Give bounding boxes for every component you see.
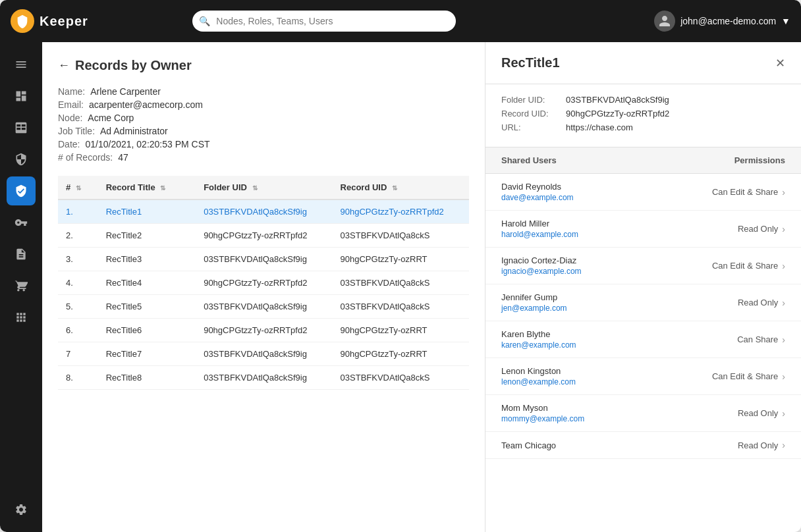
cell-title[interactable]: RecTitle6 xyxy=(98,319,196,342)
col-folder-uid[interactable]: Folder UID ⇅ xyxy=(196,176,332,200)
cell-title[interactable]: RecTitle2 xyxy=(98,224,196,248)
shared-user-item[interactable]: Jennifer Gump jen@example.com Read Only … xyxy=(485,284,801,321)
record-uid-value: 90hgCPGtzzTy-ozRRTpfd2 xyxy=(566,109,669,119)
user-name: Jennifer Gump xyxy=(501,292,567,302)
shared-user-item[interactable]: Team Chicago Read Only › xyxy=(485,432,801,459)
chevron-right-icon: › xyxy=(782,224,785,234)
col-record-uid[interactable]: Record UID ⇅ xyxy=(333,176,469,200)
shared-user-item[interactable]: Harold Miller harold@example.com Read On… xyxy=(485,211,801,248)
table-row[interactable]: 5.RecTitle503STBFKVDAtlQa8ckSf9ig03STBFK… xyxy=(58,295,469,319)
sidebar-item-apps[interactable] xyxy=(7,303,36,332)
cell-num: 2. xyxy=(58,224,98,248)
user-name: Mom Myson xyxy=(501,403,584,413)
permission-label: Can Edit & Share xyxy=(712,371,778,381)
shared-user-item[interactable]: Ignacio Cortez-Diaz ignacio@example.com … xyxy=(485,248,801,284)
col-title[interactable]: Record Title ⇅ xyxy=(98,176,196,200)
permission-label: Can Edit & Share xyxy=(712,261,778,271)
table-row[interactable]: 2.RecTitle290hgCPGtzzTy-ozRRTpfd203STBFK… xyxy=(58,224,469,248)
user-menu[interactable]: john@acme-demo.com ▼ xyxy=(654,11,790,32)
meta-info: Name: Arlene Carpenter Email: acarpenter… xyxy=(58,86,469,163)
cell-folder-uid: 90hgCPGtzzTy-ozRRTpfd2 xyxy=(196,319,332,342)
shared-users-label: Shared Users xyxy=(501,155,557,165)
back-button[interactable]: ← xyxy=(58,59,70,72)
url-value: https://chase.com xyxy=(566,122,633,132)
user-name: Harold Miller xyxy=(501,219,578,228)
user-dropdown-icon: ▼ xyxy=(781,16,790,26)
user-details: Karen Blythe karen@example.com xyxy=(501,329,576,350)
job-title-label: Job Title: xyxy=(58,126,95,136)
cell-num: 3. xyxy=(58,248,98,271)
records-count-label: # of Records: xyxy=(58,152,113,163)
name-value: Arlene Carpenter xyxy=(90,86,161,97)
cell-record-uid: 90hgCPGtzzTy-ozRRT xyxy=(333,319,469,342)
shared-user-item[interactable]: Karen Blythe karen@example.com Can Share… xyxy=(485,321,801,358)
cell-record-uid: 03STBFKVDAtlQa8ckS xyxy=(333,271,469,295)
user-name: Team Chicago xyxy=(501,440,556,450)
cell-title[interactable]: RecTitle8 xyxy=(98,366,196,390)
user-email: ignacio@example.com xyxy=(501,267,582,276)
user-email: jen@example.com xyxy=(501,304,567,313)
chevron-right-icon: › xyxy=(782,334,785,345)
detail-meta: Folder UID: 03STBFKVDAtlQa8ckSf9ig Recor… xyxy=(485,84,801,147)
name-label: Name: xyxy=(58,86,85,97)
search-input[interactable] xyxy=(192,11,456,32)
cell-folder-uid: 03STBFKVDAtlQa8ckSf9ig xyxy=(196,366,332,390)
cell-num: 5. xyxy=(58,295,98,319)
sidebar-item-shield-key[interactable] xyxy=(7,208,36,237)
table-row[interactable]: 1.RecTitle103STBFKVDAtlQa8ckSf9ig90hgCPG… xyxy=(58,200,469,224)
sidebar-item-menu[interactable] xyxy=(7,50,36,79)
sidebar-item-grid[interactable] xyxy=(7,113,36,142)
shared-user-item[interactable]: Mom Myson mommy@example.com Read Only › xyxy=(485,395,801,432)
cell-num: 6. xyxy=(58,319,98,342)
detail-panel: RecTitle1 ✕ Folder UID: 03STBFKVDAtlQa8c… xyxy=(485,42,801,532)
sidebar-item-report[interactable] xyxy=(7,240,36,269)
meta-date-row: Date: 01/10/2021, 02:20:53 PM CST xyxy=(58,139,469,149)
sidebar-item-shield-check[interactable] xyxy=(7,176,36,205)
permission-label: Read Only xyxy=(738,298,778,307)
folder-uid-value: 03STBFKVDAtlQa8ckSf9ig xyxy=(566,95,669,105)
user-permission: Read Only › xyxy=(738,440,785,450)
cell-title[interactable]: RecTitle3 xyxy=(98,248,196,271)
cell-title[interactable]: RecTitle7 xyxy=(98,342,196,366)
close-button[interactable]: ✕ xyxy=(775,56,785,70)
user-details: Lenon Kingston lenon@example.com xyxy=(501,366,576,386)
logo: Keeper xyxy=(11,9,88,33)
user-name: David Reynolds xyxy=(501,182,574,192)
cell-title[interactable]: RecTitle5 xyxy=(98,295,196,319)
detail-url-row: URL: https://chase.com xyxy=(501,122,785,132)
user-email: john@acme-demo.com xyxy=(680,16,776,26)
sidebar-item-settings[interactable] xyxy=(7,495,36,524)
shared-user-item[interactable]: Lenon Kingston lenon@example.com Can Edi… xyxy=(485,358,801,395)
permission-label: Read Only xyxy=(738,408,778,418)
logo-icon xyxy=(11,9,34,33)
records-count-value: 47 xyxy=(118,152,128,163)
date-value: 01/10/2021, 02:20:53 PM CST xyxy=(85,139,209,149)
chevron-right-icon: › xyxy=(782,261,785,271)
permission-label: Read Only xyxy=(738,224,778,234)
logo-text: Keeper xyxy=(40,14,88,29)
permission-label: Read Only xyxy=(738,440,778,450)
sidebar-item-dashboard[interactable] xyxy=(7,82,36,111)
cell-title[interactable]: RecTitle1 xyxy=(98,200,196,224)
table-row[interactable]: 8.RecTitle803STBFKVDAtlQa8ckSf9ig03STBFK… xyxy=(58,366,469,390)
table-row[interactable]: 6.RecTitle690hgCPGtzzTy-ozRRTpfd290hgCPG… xyxy=(58,319,469,342)
table-row[interactable]: 3.RecTitle303STBFKVDAtlQa8ckSf9ig90hgCPG… xyxy=(58,248,469,271)
cell-title[interactable]: RecTitle4 xyxy=(98,271,196,295)
table-row[interactable]: 4.RecTitle490hgCPGtzzTy-ozRRTpfd203STBFK… xyxy=(58,271,469,295)
sidebar-item-shop[interactable] xyxy=(7,271,36,300)
col-num[interactable]: # ⇅ xyxy=(58,176,98,200)
shared-user-item[interactable]: David Reynolds dave@example.com Can Edit… xyxy=(485,174,801,211)
chevron-right-icon: › xyxy=(782,298,785,308)
permission-label: Can Share xyxy=(737,334,778,344)
sidebar xyxy=(0,42,42,532)
table-row[interactable]: 7RecTitle703STBFKVDAtlQa8ckSf9ig90hgCPGt… xyxy=(58,342,469,366)
search-icon: 🔍 xyxy=(199,16,210,26)
user-name: Ignacio Cortez-Diaz xyxy=(501,255,582,265)
records-table: # ⇅ Record Title ⇅ Folder UID ⇅ Record U… xyxy=(58,176,469,390)
search-bar[interactable]: 🔍 xyxy=(192,11,456,32)
user-permission: Read Only › xyxy=(738,408,785,419)
sidebar-item-shield[interactable] xyxy=(7,145,36,174)
cell-record-uid: 90hgCPGtzzTy-ozRRT xyxy=(333,248,469,271)
chevron-right-icon: › xyxy=(782,440,785,450)
top-nav: Keeper 🔍 john@acme-demo.com ▼ xyxy=(0,0,801,42)
